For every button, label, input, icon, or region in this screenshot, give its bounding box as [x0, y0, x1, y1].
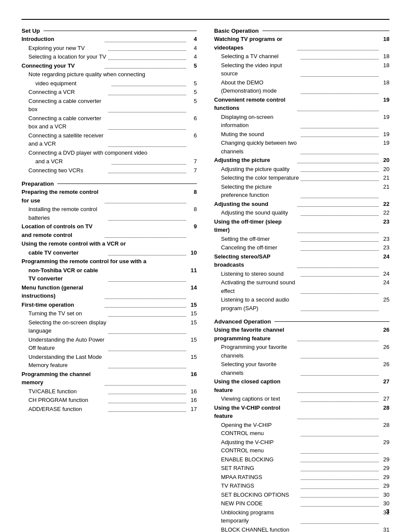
toc-entry: CH PROGRAM function16: [22, 396, 197, 404]
entry-text: SET BLOCKING OPTIONS: [214, 491, 299, 499]
dots-leader: [108, 53, 187, 60]
page-number-ref: 18: [380, 35, 389, 52]
page-number-ref: 5: [187, 88, 197, 96]
entry-text: Connecting a cable converter box and a V…: [22, 114, 107, 131]
page-number-ref: 24: [380, 270, 389, 278]
dots-leader: [108, 114, 187, 130]
dots-leader: [301, 130, 379, 137]
entry-text: Canceling the off-timer: [214, 243, 299, 252]
entry-text: Using the V-CHIP control feature: [214, 404, 296, 420]
entry-text: cable TV converter: [22, 249, 107, 257]
dots-leader: [297, 96, 379, 111]
page-number-ref: 28: [380, 421, 389, 438]
toc-entry: Connecting a cable converter box5: [22, 97, 197, 114]
dots-leader: [105, 188, 187, 203]
page-number-ref: 5: [187, 62, 197, 70]
toc-entry: Adjusting the picture20: [214, 156, 389, 165]
dots-leader: [105, 370, 187, 386]
entry-text: Programming the remote control for use w…: [22, 257, 197, 266]
entry-text: Activating the surround sound effect: [214, 278, 299, 295]
toc-entry: NEW PIN CODE30: [214, 499, 389, 508]
page-number-ref: 19: [380, 130, 389, 139]
page-number-ref: 30: [380, 499, 389, 508]
dots-leader: [108, 336, 187, 351]
right-column: Basic OperationWatching TV programs or v…: [214, 28, 389, 532]
page-number-ref: 22: [380, 208, 389, 217]
page-number-ref: 18: [380, 78, 389, 95]
dots-leader: [301, 343, 379, 358]
left-column: Set UpIntroduction4Exploring your new TV…: [22, 28, 197, 532]
page-number-ref: 15: [187, 301, 197, 309]
title-divider: [22, 19, 389, 20]
entry-text: Using the off-timer (sleep timer): [214, 218, 296, 234]
toc-entry: Using the remote control with a VCR or: [22, 240, 197, 248]
entry-text: MPAA RATINGS: [214, 473, 299, 482]
page-number-ref: 19: [380, 139, 389, 156]
page-number-ref: 27: [380, 377, 389, 394]
entry-text: BLOCK CHANNEL function: [214, 526, 299, 532]
entry-text: Displaying on-screen information: [214, 113, 299, 130]
toc-entry: Selecting a location for your TV4: [22, 53, 197, 61]
page-number-ref: 21: [380, 183, 389, 199]
page-number-ref: 26: [380, 326, 389, 342]
page-number-ref: 7: [187, 157, 197, 166]
toc-entry: Selecting the picture preference functio…: [214, 183, 389, 199]
section-header: Preparation: [22, 180, 197, 187]
entry-text: Setting the off-timer: [214, 235, 299, 243]
dots-leader: [108, 97, 187, 112]
entry-text: Selecting the color temperature: [214, 174, 299, 182]
dots-leader: [301, 473, 379, 480]
toc-entry: Programming the channel memory16: [22, 370, 197, 387]
dots-leader: [301, 78, 379, 94]
page-number-ref: 30: [380, 491, 389, 499]
dots-leader: [108, 44, 187, 51]
page-number-ref: 19: [380, 96, 389, 112]
dots-leader: [301, 235, 379, 242]
entry-text: Viewing captions or text: [214, 395, 299, 403]
entry-text: Muting the sound: [214, 130, 299, 139]
toc-entry: Using the closed caption feature27: [214, 377, 389, 394]
entry-text: Programming your favorite channels: [214, 343, 299, 360]
dots-leader: [105, 62, 187, 69]
entry-text: ENABLE BLOCKING: [214, 455, 299, 464]
entry-text: Connecting a DVD player with component v…: [22, 149, 197, 157]
dots-leader: [297, 404, 379, 419]
dots-leader: [301, 455, 379, 463]
toc-entry: Connecting a VCR5: [22, 88, 197, 96]
dots-leader: [301, 243, 379, 251]
page-number-ref: 29: [380, 482, 389, 490]
toc-entry: Using the off-timer (sleep timer)23: [214, 218, 389, 234]
toc-entry: Canceling the off-timer23: [214, 243, 389, 252]
toc-entry: Understanding the Auto Power Off feature…: [22, 336, 197, 352]
entry-text: Location of controls on TV and remote co…: [22, 222, 103, 239]
entry-text: Adjusting the picture quality: [214, 165, 299, 174]
page-number-ref: 16: [187, 387, 197, 396]
dots-leader: [108, 88, 187, 95]
toc-entry: Selecting the on-screen display language…: [22, 318, 197, 335]
page-number-ref: 29: [380, 464, 389, 473]
page-number-ref: 4: [187, 35, 197, 44]
dots-leader: [301, 278, 379, 294]
toc-entry: Listening to a second audio program (SAP…: [214, 296, 389, 312]
toc-entry: Connecting a satellite receiver and a VC…: [22, 131, 197, 148]
toc-entry: ADD/ERASE function17: [22, 405, 197, 414]
entry-text: Changing quickly between two channels: [214, 139, 299, 156]
entry-text: Connecting a satellite receiver and a VC…: [22, 131, 107, 148]
entry-text: Exploring your new TV: [22, 44, 107, 53]
toc-entry: ENABLE BLOCKING29: [214, 455, 389, 464]
entry-text: non-Toshiba VCR or cable TV converter: [22, 266, 107, 283]
dots-leader: [297, 218, 379, 233]
dots-leader: [105, 283, 187, 299]
entry-text: Unblocking programs temporarily: [214, 508, 299, 525]
toc-entry: Adjusting the V-CHIP CONTROL menu29: [214, 438, 389, 455]
dots-leader: [301, 499, 379, 507]
page-number-ref: 4: [187, 53, 197, 61]
dots-leader: [301, 438, 379, 454]
page-number-ref: 15: [187, 318, 197, 335]
page-number-ref: 23: [380, 218, 389, 234]
dots-leader: [108, 131, 187, 147]
page-number-ref: 7: [187, 166, 197, 175]
toc-entry: Watching TV programs or videotapes18: [214, 35, 389, 52]
toc-entry: Unblocking programs temporarily31: [214, 508, 389, 525]
toc-entry: Understanding the Last Mode Memory featu…: [22, 353, 197, 370]
